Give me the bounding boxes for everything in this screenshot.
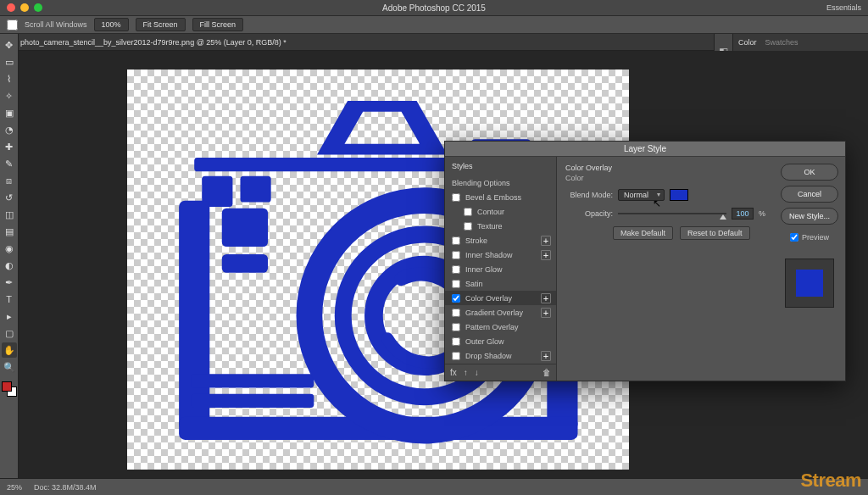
effect-label: Color Overlay bbox=[465, 294, 512, 303]
add-effect-icon[interactable]: + bbox=[541, 236, 551, 246]
add-effect-icon[interactable]: + bbox=[541, 293, 551, 303]
dodge-tool[interactable]: ◐ bbox=[2, 258, 17, 273]
svg-rect-9 bbox=[191, 374, 314, 387]
app-title: Adobe Photoshop CC 2015 bbox=[382, 3, 486, 13]
gradient-tool[interactable]: ▤ bbox=[2, 224, 17, 239]
effect-item-contour[interactable]: Contour bbox=[445, 204, 556, 219]
make-default-button[interactable]: Make Default bbox=[613, 226, 673, 240]
workspace-switcher[interactable]: Essentials bbox=[826, 3, 861, 12]
type-tool[interactable]: T bbox=[2, 292, 17, 307]
brush-tool[interactable]: ✎ bbox=[2, 156, 17, 171]
effect-item-gradient-overlay[interactable]: Gradient Overlay+ bbox=[445, 305, 556, 320]
arrow-down-icon[interactable]: ↓ bbox=[475, 368, 479, 377]
zoom-readout[interactable]: 25% bbox=[7, 483, 22, 492]
history-brush-tool[interactable]: ↺ bbox=[2, 190, 17, 205]
effect-item-outer-glow[interactable]: Outer Glow bbox=[445, 334, 556, 348]
path-select-tool[interactable]: ▸ bbox=[2, 309, 17, 324]
effect-checkbox[interactable] bbox=[452, 294, 460, 303]
hand-tool[interactable]: ✋ bbox=[2, 342, 17, 358]
effect-checkbox[interactable] bbox=[452, 309, 460, 317]
effect-item-satin[interactable]: Satin bbox=[445, 276, 556, 291]
effect-label: Outer Glow bbox=[465, 337, 504, 346]
zoom-tool[interactable]: 🔍 bbox=[2, 359, 17, 375]
effect-item-inner-glow[interactable]: Inner Glow bbox=[445, 262, 556, 276]
tools-panel: ✥ ▭ ⌇ ✧ ▣ ◔ ✚ ✎ ⧇ ↺ ◫ ▤ ◉ ◐ ✒ T ▸ ▢ ✋ 🔍 bbox=[0, 34, 19, 478]
effect-item-stroke[interactable]: Stroke+ bbox=[445, 233, 556, 248]
tab-color[interactable]: Color bbox=[738, 38, 757, 47]
effect-checkbox[interactable] bbox=[452, 251, 460, 259]
reset-default-button[interactable]: Reset to Default bbox=[680, 226, 750, 240]
macos-titlebar: Adobe Photoshop CC 2015 Essentials bbox=[0, 0, 868, 15]
blending-options-label: Blending Options bbox=[452, 179, 510, 187]
fill-screen-button[interactable]: Fill Screen bbox=[192, 18, 244, 31]
effect-label: Gradient Overlay bbox=[465, 309, 523, 317]
eyedropper-tool[interactable]: ◔ bbox=[2, 122, 17, 137]
opacity-label: Opacity: bbox=[565, 209, 613, 218]
effect-checkbox[interactable] bbox=[452, 352, 460, 360]
effect-item-color-overlay[interactable]: Color Overlay+ bbox=[445, 291, 556, 305]
cancel-button[interactable]: Cancel bbox=[781, 186, 838, 203]
magic-wand-tool[interactable]: ✧ bbox=[2, 88, 17, 103]
add-effect-icon[interactable]: + bbox=[541, 308, 551, 318]
healing-tool[interactable]: ✚ bbox=[2, 139, 17, 154]
effect-checkbox[interactable] bbox=[464, 208, 472, 216]
zoom-100-button[interactable]: 100% bbox=[94, 18, 129, 31]
minimize-icon[interactable] bbox=[20, 3, 29, 12]
effect-item-drop-shadow[interactable]: Drop Shadow+ bbox=[445, 348, 556, 363]
effect-label: Satin bbox=[465, 280, 483, 288]
pen-tool[interactable]: ✒ bbox=[2, 275, 17, 290]
svg-rect-2 bbox=[240, 176, 270, 203]
effect-item-bevel-emboss[interactable]: Bevel & Emboss bbox=[445, 190, 556, 204]
styles-header[interactable]: Styles bbox=[445, 157, 556, 175]
effect-label: Texture bbox=[477, 222, 503, 231]
tab-swatches[interactable]: Swatches bbox=[765, 38, 798, 47]
effect-checkbox[interactable] bbox=[464, 222, 472, 231]
effect-checkbox[interactable] bbox=[452, 265, 460, 274]
effect-item-inner-shadow[interactable]: Inner Shadow+ bbox=[445, 248, 556, 262]
new-style-button[interactable]: New Style... bbox=[781, 208, 838, 225]
color-panel-tabs: Color Swatches bbox=[733, 34, 868, 51]
close-icon[interactable] bbox=[7, 3, 15, 12]
effect-item-pattern-overlay[interactable]: Pattern Overlay bbox=[445, 320, 556, 334]
move-tool[interactable]: ✥ bbox=[2, 37, 17, 53]
zoom-icon[interactable] bbox=[34, 3, 42, 12]
document-tab[interactable]: photo_camera_stencil__by_silver2012-d79r… bbox=[20, 38, 287, 47]
ok-button[interactable]: OK bbox=[781, 164, 838, 181]
crop-tool[interactable]: ▣ bbox=[2, 105, 17, 120]
svg-rect-10 bbox=[221, 209, 267, 247]
trash-icon[interactable]: 🗑 bbox=[542, 368, 551, 377]
add-effect-icon[interactable]: + bbox=[541, 250, 551, 260]
window-controls bbox=[7, 3, 42, 12]
foreground-background-swatches[interactable] bbox=[2, 381, 17, 397]
style-preview bbox=[785, 259, 834, 308]
blend-mode-label: Blend Mode: bbox=[565, 191, 613, 199]
marquee-tool[interactable]: ▭ bbox=[2, 54, 17, 70]
effect-checkbox[interactable] bbox=[452, 280, 460, 288]
effect-checkbox[interactable] bbox=[452, 193, 460, 202]
effect-label: Stroke bbox=[465, 236, 487, 245]
effect-item-texture[interactable]: Texture bbox=[445, 219, 556, 233]
blending-options-item[interactable]: Blending Options bbox=[445, 175, 556, 190]
blend-mode-select[interactable]: Normal bbox=[618, 189, 665, 201]
eraser-tool[interactable]: ◫ bbox=[2, 207, 17, 222]
opacity-slider[interactable] bbox=[618, 209, 726, 219]
fit-screen-button[interactable]: Fit Screen bbox=[136, 18, 186, 31]
lasso-tool[interactable]: ⌇ bbox=[2, 71, 17, 86]
opacity-input[interactable]: 100 bbox=[732, 208, 754, 220]
clone-stamp-tool[interactable]: ⧇ bbox=[2, 173, 17, 188]
overlay-color-swatch[interactable] bbox=[670, 189, 688, 201]
effect-checkbox[interactable] bbox=[452, 236, 460, 245]
arrow-up-icon[interactable]: ↑ bbox=[464, 368, 468, 377]
effect-label: Contour bbox=[477, 208, 504, 216]
scroll-all-checkbox[interactable] bbox=[7, 19, 18, 31]
effect-label: Bevel & Emboss bbox=[465, 193, 521, 202]
blur-tool[interactable]: ◉ bbox=[2, 241, 17, 256]
add-effect-icon[interactable]: + bbox=[541, 351, 551, 361]
foreground-color-swatch[interactable] bbox=[2, 381, 12, 392]
fx-icon[interactable]: fx bbox=[450, 368, 457, 377]
effect-checkbox[interactable] bbox=[452, 337, 460, 346]
shape-tool[interactable]: ▢ bbox=[2, 325, 17, 341]
effect-label: Inner Shadow bbox=[465, 251, 513, 259]
effect-checkbox[interactable] bbox=[452, 323, 460, 331]
preview-checkbox[interactable] bbox=[790, 233, 798, 242]
